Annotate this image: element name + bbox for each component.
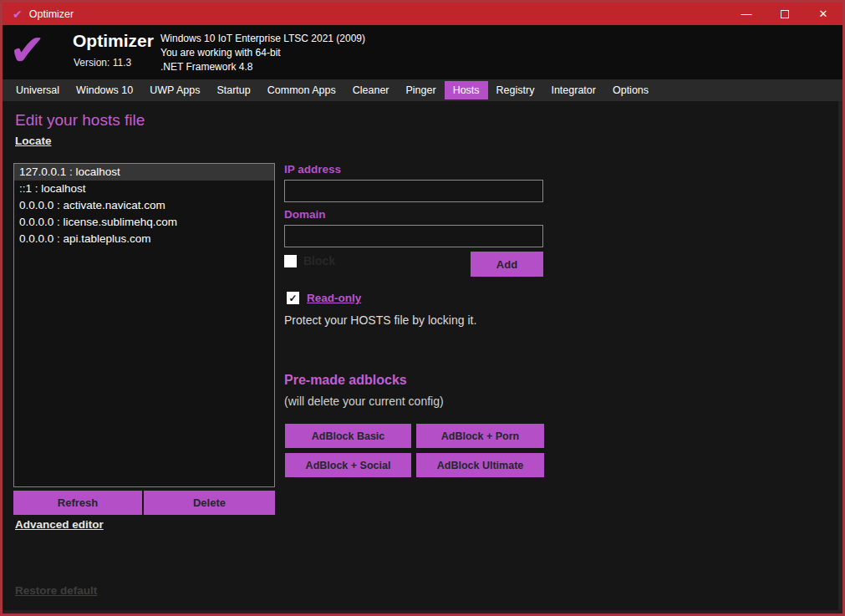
tab[interactable]: Common Apps xyxy=(259,81,344,99)
app-window: ✔ Optimizer — ✕ ✔ Optimizer Version: 11.… xyxy=(0,0,845,616)
tab[interactable]: Integrator xyxy=(542,81,604,99)
readonly-row: ✓ Read-only xyxy=(287,292,361,304)
hosts-list-item[interactable]: 0.0.0.0 : api.tableplus.com xyxy=(14,231,274,247)
restore-default-link[interactable]: Restore default xyxy=(15,584,97,597)
adblocks-grid: AdBlock BasicAdBlock + PornAdBlock + Soc… xyxy=(285,424,544,477)
readonly-checkbox[interactable]: ✓ xyxy=(287,292,299,304)
tab[interactable]: Universal xyxy=(8,81,68,99)
app-name: Optimizer xyxy=(73,31,154,51)
window-controls: — ✕ xyxy=(727,3,842,25)
app-logo-icon: ✔ xyxy=(9,25,46,75)
app-header: ✔ Optimizer Version: 11.3 Windows 10 IoT… xyxy=(3,25,842,79)
tab[interactable]: Options xyxy=(604,81,657,99)
add-button[interactable]: Add xyxy=(471,252,543,277)
ip-address-input[interactable] xyxy=(284,180,543,202)
hosts-list-item[interactable]: 0.0.0.0 : license.sublimehq.com xyxy=(14,214,274,231)
tab[interactable]: Cleaner xyxy=(344,81,398,99)
advanced-editor-link[interactable]: Advanced editor xyxy=(15,518,104,531)
minimize-icon: — xyxy=(741,8,752,20)
tab[interactable]: Hosts xyxy=(445,81,488,99)
hosts-list-item[interactable]: ::1 : localhost xyxy=(14,181,274,197)
hosts-list-item[interactable]: 0.0.0.0 : activate.navicat.com xyxy=(14,197,274,214)
close-button[interactable]: ✕ xyxy=(804,3,842,25)
tab-bar: UniversalWindows 10UWP AppsStartupCommon… xyxy=(3,79,842,101)
readonly-link[interactable]: Read-only xyxy=(307,292,361,304)
maximize-icon xyxy=(781,10,789,18)
block-checkbox[interactable] xyxy=(284,255,297,267)
readonly-hint: Protect your HOSTS file by locking it. xyxy=(284,313,476,327)
app-version: Version: 11.3 xyxy=(74,57,131,69)
block-row: Block xyxy=(284,254,335,267)
adblock-button[interactable]: AdBlock + Porn xyxy=(416,424,544,448)
page-title: Edit your hosts file xyxy=(15,111,145,130)
system-info-line: Windows 10 IoT Enterprise LTSC 2021 (200… xyxy=(160,32,365,46)
app-check-icon: ✔ xyxy=(13,8,23,21)
system-info: Windows 10 IoT Enterprise LTSC 2021 (200… xyxy=(160,32,365,74)
ip-address-label: IP address xyxy=(284,163,341,176)
adblock-button[interactable]: AdBlock + Social xyxy=(285,453,411,477)
adblock-button[interactable]: AdBlock Basic xyxy=(285,424,411,448)
titlebar: ✔ Optimizer — ✕ xyxy=(3,3,842,25)
tab[interactable]: Pinger xyxy=(398,81,445,99)
domain-label: Domain xyxy=(284,208,326,221)
hosts-list[interactable]: 127.0.0.1 : localhost::1 : localhost0.0.… xyxy=(13,163,275,487)
maximize-button[interactable] xyxy=(766,3,804,25)
checkbox-check-icon: ✓ xyxy=(288,293,297,303)
minimize-button[interactable]: — xyxy=(727,3,766,25)
tab[interactable]: Windows 10 xyxy=(68,81,141,99)
adblocks-title: Pre-made adblocks xyxy=(284,373,407,388)
delete-button[interactable]: Delete xyxy=(144,491,275,515)
tab[interactable]: UWP Apps xyxy=(141,81,208,99)
locate-link[interactable]: Locate xyxy=(15,135,52,147)
hosts-list-item[interactable]: 127.0.0.1 : localhost xyxy=(14,164,274,181)
system-info-line: .NET Framework 4.8 xyxy=(160,60,365,74)
close-icon: ✕ xyxy=(819,8,828,20)
domain-input[interactable] xyxy=(284,225,543,247)
hosts-page: Edit your hosts file Locate 127.0.0.1 : … xyxy=(3,101,838,610)
system-info-line: You are working with 64-bit xyxy=(160,46,365,60)
adblock-button[interactable]: AdBlock Ultimate xyxy=(416,453,544,477)
window-title: Optimizer xyxy=(29,8,74,20)
tab[interactable]: Registry xyxy=(488,81,543,99)
adblocks-subtitle: (will delete your current config) xyxy=(284,395,444,408)
block-label: Block xyxy=(303,254,335,267)
refresh-button[interactable]: Refresh xyxy=(13,491,142,515)
tab[interactable]: Startup xyxy=(208,81,258,99)
